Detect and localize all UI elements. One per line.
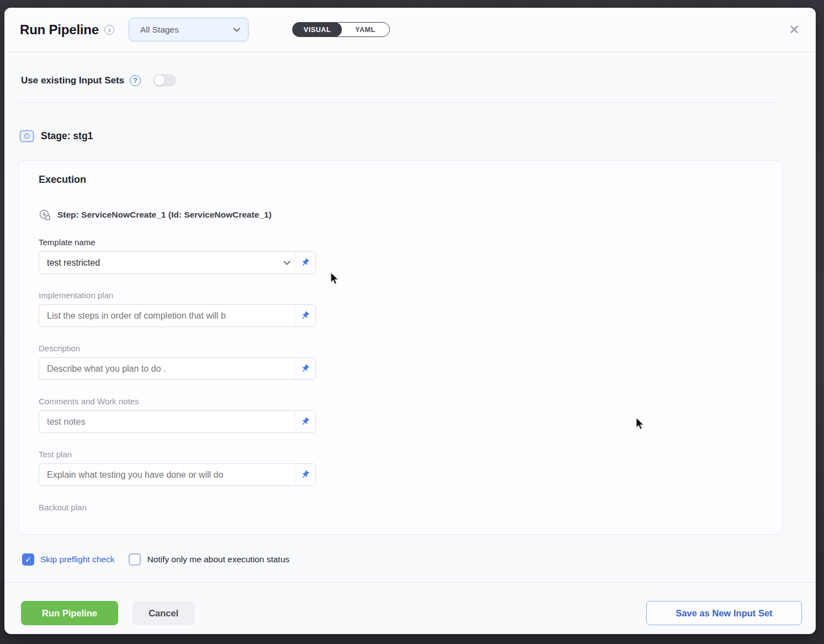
footer-buttons: Run Pipeline Cancel Save as New Input Se… bbox=[21, 601, 802, 625]
view-toggle: VISUAL YAML bbox=[293, 22, 390, 37]
pin-icon[interactable] bbox=[294, 411, 315, 432]
description-field bbox=[39, 357, 316, 380]
field-label-description: Description bbox=[39, 344, 762, 353]
input-sets-label: Use existing Input Sets bbox=[21, 75, 124, 86]
field-label-implementation-plan: Implementation plan bbox=[39, 291, 762, 300]
tab-visual[interactable]: VISUAL bbox=[292, 22, 342, 37]
pin-icon[interactable] bbox=[294, 252, 315, 273]
field-label-backout-plan: Backout plan bbox=[39, 503, 762, 512]
chevron-down-icon[interactable] bbox=[279, 261, 294, 264]
description-input[interactable] bbox=[39, 364, 294, 374]
stage-selector-dropdown[interactable]: All Stages bbox=[129, 18, 249, 41]
comments-field bbox=[39, 410, 316, 433]
skip-preflight-label[interactable]: Skip preflight check bbox=[40, 555, 114, 564]
page-title: Run Pipeline bbox=[20, 22, 99, 38]
implementation-plan-input[interactable] bbox=[39, 311, 294, 321]
modal-header: Run Pipeline i All Stages VISUAL YAML ✕ bbox=[4, 8, 816, 52]
run-pipeline-modal: Run Pipeline i All Stages VISUAL YAML ✕ … bbox=[4, 8, 816, 634]
comments-input[interactable] bbox=[39, 417, 294, 427]
stage-label: Stage: stg1 bbox=[41, 130, 93, 142]
info-icon[interactable]: i bbox=[104, 25, 114, 35]
field-label-comments: Comments and Work notes bbox=[39, 397, 762, 406]
stage-row: Stage: stg1 bbox=[19, 130, 93, 142]
step-label: Step: ServiceNowCreate_1 (Id: ServiceNow… bbox=[57, 210, 272, 220]
chevron-down-icon bbox=[233, 25, 240, 32]
cancel-button[interactable]: Cancel bbox=[133, 601, 194, 625]
stage-selector-value: All Stages bbox=[140, 25, 234, 35]
backdrop: Run Pipeline i All Stages VISUAL YAML ✕ … bbox=[0, 0, 824, 644]
footer-checkboxes: ✓ Skip preflight check Notify only me ab… bbox=[22, 553, 289, 566]
field-label-template-name: Template name bbox=[39, 237, 762, 247]
run-pipeline-button[interactable]: Run Pipeline bbox=[21, 601, 118, 625]
test-plan-field bbox=[39, 463, 316, 486]
pin-icon[interactable] bbox=[294, 305, 315, 326]
pin-icon[interactable] bbox=[294, 464, 315, 485]
custom-stage-icon bbox=[19, 130, 34, 142]
field-label-test-plan: Test plan bbox=[39, 450, 762, 459]
implementation-plan-field bbox=[39, 304, 316, 327]
close-icon[interactable]: ✕ bbox=[785, 20, 804, 39]
template-name-select bbox=[39, 251, 316, 274]
help-icon[interactable]: ? bbox=[130, 75, 141, 86]
tab-yaml[interactable]: YAML bbox=[340, 22, 390, 37]
step-plus-icon bbox=[39, 209, 51, 221]
checkmark-icon: ✓ bbox=[25, 555, 31, 564]
test-plan-input[interactable] bbox=[39, 470, 294, 480]
notify-me-label[interactable]: Notify only me about execution status bbox=[147, 555, 289, 564]
step-row: Step: ServiceNowCreate_1 (Id: ServiceNow… bbox=[39, 209, 762, 221]
input-sets-row: Use existing Input Sets ? bbox=[21, 74, 176, 87]
toggle-knob bbox=[154, 75, 165, 86]
divider bbox=[17, 102, 780, 103]
pin-icon[interactable] bbox=[294, 358, 315, 379]
divider bbox=[4, 582, 816, 583]
execution-title: Execution bbox=[39, 174, 762, 186]
execution-card: Execution Step: ServiceNowCreate_1 (Id: … bbox=[18, 160, 783, 535]
save-as-new-input-set-button[interactable]: Save as New Input Set bbox=[646, 601, 802, 625]
skip-preflight-checkbox[interactable]: ✓ bbox=[22, 553, 34, 566]
template-name-input[interactable] bbox=[39, 258, 279, 268]
input-sets-toggle[interactable] bbox=[153, 74, 176, 87]
notify-me-checkbox[interactable] bbox=[129, 553, 141, 566]
